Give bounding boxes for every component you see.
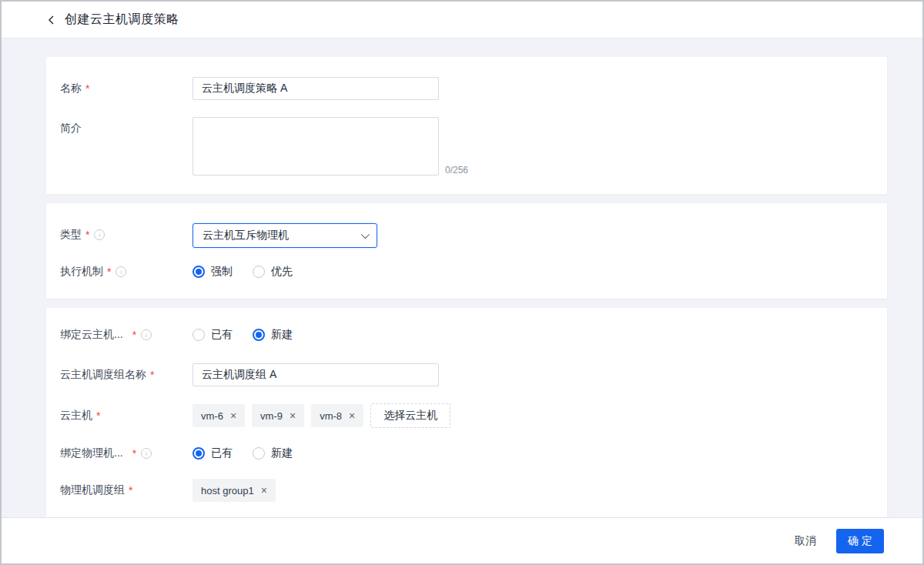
- bind-vm-label: 绑定云主机... * i: [60, 328, 192, 342]
- radio-dot: [253, 266, 265, 278]
- host-tag-list: host group1 ×: [192, 479, 276, 502]
- radio-label: 优先: [271, 265, 293, 279]
- info-icon[interactable]: i: [94, 229, 105, 240]
- remove-tag-icon[interactable]: ×: [349, 410, 355, 421]
- page-header: 创建云主机调度策略: [2, 2, 922, 38]
- radio-bind-host-new[interactable]: 新建: [253, 446, 293, 460]
- vm-label: 云主机 *: [60, 409, 192, 423]
- required-mark: *: [129, 484, 132, 496]
- required-mark: *: [132, 329, 136, 341]
- radio-mechanism-force[interactable]: 强制: [192, 265, 233, 279]
- vm-tag-label: vm-8: [320, 410, 342, 422]
- radio-dot: [192, 266, 205, 278]
- radio-label: 新建: [271, 328, 293, 342]
- bind-host-row: 绑定物理机... * i 已有 新建: [60, 446, 869, 460]
- info-icon[interactable]: i: [141, 448, 152, 459]
- radio-label: 已有: [211, 328, 233, 342]
- vm-group-name-label: 云主机调度组名称 *: [60, 363, 192, 382]
- required-mark: *: [85, 82, 89, 95]
- action-bar: 取消 确 定: [2, 517, 922, 563]
- host-tag-label: host group1: [201, 485, 254, 496]
- host-group-label-text: 物理机调度组: [60, 483, 125, 497]
- description-row: 简介 0/256: [60, 117, 869, 176]
- remove-tag-icon[interactable]: ×: [290, 410, 296, 421]
- vm-label-text: 云主机: [60, 409, 92, 423]
- mechanism-row: 执行机制 * i 强制 优先: [60, 265, 869, 279]
- name-input[interactable]: [192, 77, 439, 100]
- description-label: 简介: [60, 117, 192, 135]
- host-group-label: 物理机调度组 *: [60, 483, 192, 497]
- chevron-down-icon: [361, 230, 370, 239]
- radio-mechanism-priority[interactable]: 优先: [253, 265, 293, 279]
- radio-dot: [192, 447, 205, 460]
- bind-host-label: 绑定物理机... * i: [60, 446, 192, 460]
- confirm-button[interactable]: 确 定: [836, 529, 884, 553]
- select-vm-button[interactable]: 选择云主机: [370, 403, 450, 428]
- radio-bind-host-existing[interactable]: 已有: [192, 446, 233, 460]
- name-label: 名称 *: [60, 77, 192, 95]
- radio-dot: [192, 329, 205, 341]
- mechanism-label-text: 执行机制: [60, 265, 103, 279]
- form-body: 名称 * 简介 0/256 类型 * i: [2, 38, 922, 517]
- radio-label: 强制: [211, 265, 233, 279]
- bind-host-label-text: 绑定物理机...: [60, 446, 123, 460]
- bind-host-radio-group: 已有 新建: [192, 446, 293, 460]
- required-mark: *: [107, 266, 111, 278]
- create-scheduling-policy-page: 创建云主机调度策略 名称 * 简介 0/256: [0, 0, 924, 565]
- description-label-text: 简介: [60, 122, 82, 135]
- vm-tag-list: vm-6 × vm-9 × vm-8 × 选择云主机: [192, 403, 450, 428]
- vm-group-name-label-text: 云主机调度组名称: [60, 368, 146, 382]
- page-title: 创建云主机调度策略: [65, 12, 179, 28]
- required-mark: *: [150, 369, 154, 381]
- type-row: 类型 * i 云主机互斥物理机: [60, 223, 869, 248]
- host-tag: host group1 ×: [192, 479, 276, 502]
- description-field-wrap: 0/256: [192, 117, 468, 176]
- radio-label: 新建: [271, 446, 293, 460]
- type-label-text: 类型: [60, 228, 82, 242]
- radio-label: 已有: [211, 446, 233, 460]
- back-button[interactable]: [46, 15, 57, 25]
- radio-bind-vm-new[interactable]: 新建: [253, 328, 293, 342]
- vm-tags-row: 云主机 * vm-6 × vm-9 × vm-8 ×: [60, 403, 869, 428]
- card-type-mechanism: 类型 * i 云主机互斥物理机 执行机制 * i: [46, 203, 887, 299]
- type-select-value: 云主机互斥物理机: [203, 229, 289, 242]
- vm-tag: vm-6 ×: [192, 404, 245, 427]
- vm-group-name-input[interactable]: [192, 363, 439, 386]
- mechanism-radio-group: 强制 优先: [192, 265, 293, 279]
- required-mark: *: [96, 410, 100, 422]
- type-select[interactable]: 云主机互斥物理机: [192, 223, 377, 248]
- host-group-row: 物理机调度组 * host group1 ×: [60, 479, 869, 502]
- vm-tag: vm-8 ×: [311, 404, 363, 427]
- card-basic-info: 名称 * 简介 0/256: [46, 57, 887, 194]
- required-mark: *: [132, 447, 136, 460]
- type-label: 类型 * i: [60, 223, 192, 242]
- name-row: 名称 *: [60, 77, 869, 100]
- radio-dot: [253, 329, 265, 341]
- vm-group-name-row: 云主机调度组名称 *: [60, 363, 869, 386]
- vm-tag: vm-9 ×: [252, 404, 304, 427]
- bind-vm-row: 绑定云主机... * i 已有 新建: [60, 328, 869, 342]
- remove-tag-icon[interactable]: ×: [230, 410, 236, 421]
- cancel-button[interactable]: 取消: [795, 534, 816, 548]
- char-counter: 0/256: [445, 165, 468, 176]
- vm-tag-label: vm-9: [260, 410, 283, 422]
- card-bindings: 绑定云主机... * i 已有 新建 云主机调度组: [46, 308, 887, 517]
- mechanism-label: 执行机制 * i: [60, 265, 192, 279]
- required-mark: *: [85, 229, 89, 241]
- bind-vm-radio-group: 已有 新建: [192, 328, 293, 342]
- remove-tag-icon[interactable]: ×: [261, 485, 267, 496]
- bind-vm-label-text: 绑定云主机...: [60, 328, 123, 342]
- radio-bind-vm-existing[interactable]: 已有: [192, 328, 233, 342]
- chevron-left-icon: [46, 15, 57, 25]
- vm-tag-label: vm-6: [201, 410, 223, 422]
- info-icon[interactable]: i: [141, 329, 152, 340]
- name-label-text: 名称: [60, 82, 82, 95]
- description-textarea[interactable]: [192, 117, 439, 176]
- info-icon[interactable]: i: [116, 266, 126, 277]
- radio-dot: [253, 447, 265, 460]
